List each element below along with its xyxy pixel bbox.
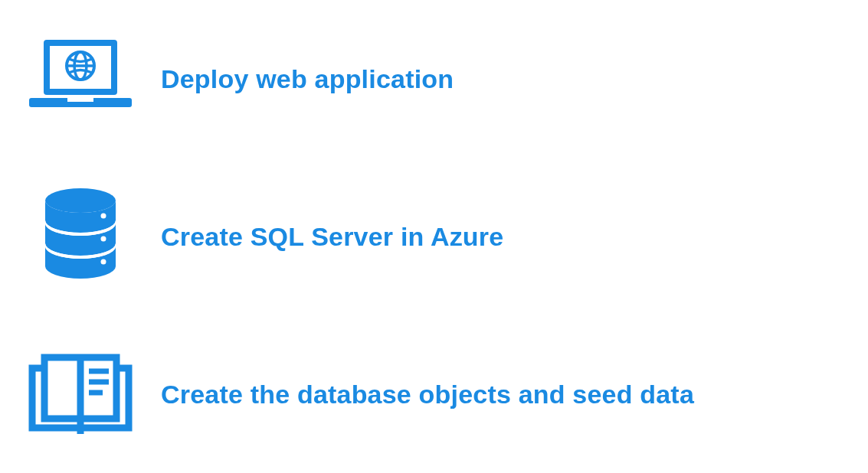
svg-point-10 bbox=[101, 259, 106, 265]
step-label: Deploy web application bbox=[161, 64, 868, 94]
svg-point-9 bbox=[101, 236, 106, 242]
svg-point-7 bbox=[45, 188, 116, 213]
svg-point-8 bbox=[101, 214, 106, 219]
laptop-globe-icon bbox=[0, 37, 161, 121]
step-label: Create SQL Server in Azure bbox=[161, 222, 868, 252]
step-label: Create the database objects and seed dat… bbox=[161, 380, 868, 409]
step-row: Create the database objects and seed dat… bbox=[0, 315, 868, 473]
svg-rect-3 bbox=[67, 98, 93, 102]
steps-list: Deploy web application bbox=[0, 0, 868, 473]
open-book-icon bbox=[0, 348, 161, 440]
database-icon bbox=[0, 187, 161, 286]
step-row: Create SQL Server in Azure bbox=[0, 158, 868, 315]
step-row: Deploy web application bbox=[0, 0, 868, 158]
